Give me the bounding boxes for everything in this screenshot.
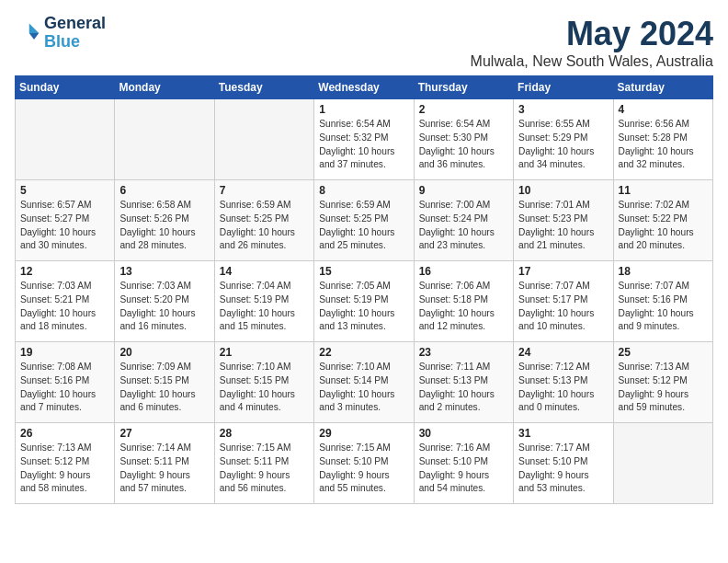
calendar-cell: 17Sunrise: 7:07 AM Sunset: 5:17 PM Dayli…	[514, 261, 613, 342]
calendar-cell	[613, 423, 712, 504]
day-info: Sunrise: 7:11 AM Sunset: 5:13 PM Dayligh…	[419, 361, 508, 415]
day-header-sunday: Sunday	[16, 76, 115, 99]
calendar-cell: 13Sunrise: 7:03 AM Sunset: 5:20 PM Dayli…	[115, 261, 214, 342]
calendar-cell: 7Sunrise: 6:59 AM Sunset: 5:25 PM Daylig…	[214, 180, 313, 261]
calendar-cell: 11Sunrise: 7:02 AM Sunset: 5:22 PM Dayli…	[613, 180, 712, 261]
day-header-friday: Friday	[514, 76, 613, 99]
day-number: 29	[319, 427, 408, 440]
calendar-cell: 2Sunrise: 6:54 AM Sunset: 5:30 PM Daylig…	[414, 99, 513, 180]
day-info: Sunrise: 7:10 AM Sunset: 5:14 PM Dayligh…	[319, 361, 408, 415]
day-info: Sunrise: 7:04 AM Sunset: 5:19 PM Dayligh…	[220, 280, 309, 334]
day-number: 19	[20, 346, 109, 359]
day-number: 2	[419, 103, 508, 116]
day-number: 23	[419, 346, 508, 359]
calendar-cell: 21Sunrise: 7:10 AM Sunset: 5:15 PM Dayli…	[214, 342, 313, 423]
day-info: Sunrise: 7:10 AM Sunset: 5:15 PM Dayligh…	[220, 361, 309, 415]
day-info: Sunrise: 7:07 AM Sunset: 5:17 PM Dayligh…	[518, 280, 608, 334]
day-number: 26	[20, 427, 109, 440]
day-info: Sunrise: 7:06 AM Sunset: 5:18 PM Dayligh…	[419, 280, 508, 334]
calendar-cell	[214, 99, 313, 180]
calendar-cell: 8Sunrise: 6:59 AM Sunset: 5:25 PM Daylig…	[314, 180, 414, 261]
month-title: May 2024	[471, 15, 713, 53]
calendar-cell	[115, 99, 214, 180]
day-info: Sunrise: 6:54 AM Sunset: 5:30 PM Dayligh…	[419, 118, 508, 172]
calendar-cell: 16Sunrise: 7:06 AM Sunset: 5:18 PM Dayli…	[414, 261, 513, 342]
day-number: 18	[619, 265, 708, 278]
calendar-cell: 18Sunrise: 7:07 AM Sunset: 5:16 PM Dayli…	[613, 261, 712, 342]
day-header-tuesday: Tuesday	[214, 76, 313, 99]
day-number: 11	[619, 184, 708, 197]
calendar-cell: 29Sunrise: 7:15 AM Sunset: 5:10 PM Dayli…	[314, 423, 414, 504]
calendar-cell: 19Sunrise: 7:08 AM Sunset: 5:16 PM Dayli…	[16, 342, 115, 423]
calendar-cell: 25Sunrise: 7:13 AM Sunset: 5:12 PM Dayli…	[613, 342, 712, 423]
calendar-cell: 3Sunrise: 6:55 AM Sunset: 5:29 PM Daylig…	[514, 99, 613, 180]
calendar-table: SundayMondayTuesdayWednesdayThursdayFrid…	[15, 75, 713, 504]
day-number: 13	[119, 265, 209, 278]
calendar-cell: 31Sunrise: 7:17 AM Sunset: 5:10 PM Dayli…	[514, 423, 613, 504]
location: Mulwala, New South Wales, Australia	[471, 53, 713, 70]
logo-text: General Blue	[44, 15, 106, 52]
calendar-cell: 28Sunrise: 7:15 AM Sunset: 5:11 PM Dayli…	[214, 423, 313, 504]
day-info: Sunrise: 7:03 AM Sunset: 5:21 PM Dayligh…	[20, 280, 109, 334]
day-info: Sunrise: 7:13 AM Sunset: 5:12 PM Dayligh…	[619, 361, 708, 415]
day-header-thursday: Thursday	[414, 76, 513, 99]
day-info: Sunrise: 6:56 AM Sunset: 5:28 PM Dayligh…	[619, 118, 708, 172]
day-info: Sunrise: 7:05 AM Sunset: 5:19 PM Dayligh…	[319, 280, 408, 334]
calendar-cell: 6Sunrise: 6:58 AM Sunset: 5:26 PM Daylig…	[115, 180, 214, 261]
week-row-1: 1Sunrise: 6:54 AM Sunset: 5:32 PM Daylig…	[16, 99, 713, 180]
day-number: 1	[319, 103, 408, 116]
day-number: 21	[220, 346, 309, 359]
day-info: Sunrise: 6:59 AM Sunset: 5:25 PM Dayligh…	[319, 199, 408, 253]
calendar-cell: 5Sunrise: 6:57 AM Sunset: 5:27 PM Daylig…	[16, 180, 115, 261]
logo-icon	[15, 20, 40, 46]
calendar-cell: 22Sunrise: 7:10 AM Sunset: 5:14 PM Dayli…	[314, 342, 414, 423]
calendar-cell: 9Sunrise: 7:00 AM Sunset: 5:24 PM Daylig…	[414, 180, 513, 261]
calendar-cell: 27Sunrise: 7:14 AM Sunset: 5:11 PM Dayli…	[115, 423, 214, 504]
day-info: Sunrise: 7:14 AM Sunset: 5:11 PM Dayligh…	[119, 442, 209, 496]
calendar-cell: 24Sunrise: 7:12 AM Sunset: 5:13 PM Dayli…	[514, 342, 613, 423]
day-number: 12	[20, 265, 109, 278]
calendar-cell: 14Sunrise: 7:04 AM Sunset: 5:19 PM Dayli…	[214, 261, 313, 342]
day-info: Sunrise: 6:59 AM Sunset: 5:25 PM Dayligh…	[220, 199, 309, 253]
day-info: Sunrise: 7:15 AM Sunset: 5:11 PM Dayligh…	[220, 442, 309, 496]
day-info: Sunrise: 6:54 AM Sunset: 5:32 PM Dayligh…	[319, 118, 408, 172]
day-info: Sunrise: 7:02 AM Sunset: 5:22 PM Dayligh…	[619, 199, 708, 253]
day-number: 5	[20, 184, 109, 197]
calendar-cell: 10Sunrise: 7:01 AM Sunset: 5:23 PM Dayli…	[514, 180, 613, 261]
day-number: 15	[319, 265, 408, 278]
day-number: 4	[619, 103, 708, 116]
calendar-cell: 26Sunrise: 7:13 AM Sunset: 5:12 PM Dayli…	[16, 423, 115, 504]
calendar-cell: 23Sunrise: 7:11 AM Sunset: 5:13 PM Dayli…	[414, 342, 513, 423]
day-number: 28	[220, 427, 309, 440]
day-number: 31	[518, 427, 608, 440]
day-number: 9	[419, 184, 508, 197]
day-info: Sunrise: 7:03 AM Sunset: 5:20 PM Dayligh…	[119, 280, 209, 334]
calendar-cell: 1Sunrise: 6:54 AM Sunset: 5:32 PM Daylig…	[314, 99, 414, 180]
day-info: Sunrise: 7:12 AM Sunset: 5:13 PM Dayligh…	[518, 361, 608, 415]
day-info: Sunrise: 6:55 AM Sunset: 5:29 PM Dayligh…	[518, 118, 608, 172]
calendar-cell: 15Sunrise: 7:05 AM Sunset: 5:19 PM Dayli…	[314, 261, 414, 342]
page-header: General Blue May 2024 Mulwala, New South…	[15, 15, 713, 70]
day-info: Sunrise: 7:00 AM Sunset: 5:24 PM Dayligh…	[419, 199, 508, 253]
day-info: Sunrise: 7:01 AM Sunset: 5:23 PM Dayligh…	[518, 199, 608, 253]
day-info: Sunrise: 7:08 AM Sunset: 5:16 PM Dayligh…	[20, 361, 109, 415]
day-number: 10	[518, 184, 608, 197]
calendar-cell: 4Sunrise: 6:56 AM Sunset: 5:28 PM Daylig…	[613, 99, 712, 180]
svg-marker-1	[29, 33, 40, 40]
calendar-cell: 20Sunrise: 7:09 AM Sunset: 5:15 PM Dayli…	[115, 342, 214, 423]
day-info: Sunrise: 7:13 AM Sunset: 5:12 PM Dayligh…	[20, 442, 109, 496]
calendar-cell: 12Sunrise: 7:03 AM Sunset: 5:21 PM Dayli…	[16, 261, 115, 342]
day-info: Sunrise: 7:09 AM Sunset: 5:15 PM Dayligh…	[119, 361, 209, 415]
day-header-saturday: Saturday	[613, 76, 712, 99]
day-info: Sunrise: 7:16 AM Sunset: 5:10 PM Dayligh…	[419, 442, 508, 496]
day-number: 8	[319, 184, 408, 197]
day-info: Sunrise: 7:17 AM Sunset: 5:10 PM Dayligh…	[518, 442, 608, 496]
title-block: May 2024 Mulwala, New South Wales, Austr…	[471, 15, 713, 70]
day-number: 20	[119, 346, 209, 359]
day-number: 16	[419, 265, 508, 278]
day-header-monday: Monday	[115, 76, 214, 99]
week-row-3: 12Sunrise: 7:03 AM Sunset: 5:21 PM Dayli…	[16, 261, 713, 342]
day-number: 6	[119, 184, 209, 197]
header-row: SundayMondayTuesdayWednesdayThursdayFrid…	[16, 76, 713, 99]
day-info: Sunrise: 7:07 AM Sunset: 5:16 PM Dayligh…	[619, 280, 708, 334]
